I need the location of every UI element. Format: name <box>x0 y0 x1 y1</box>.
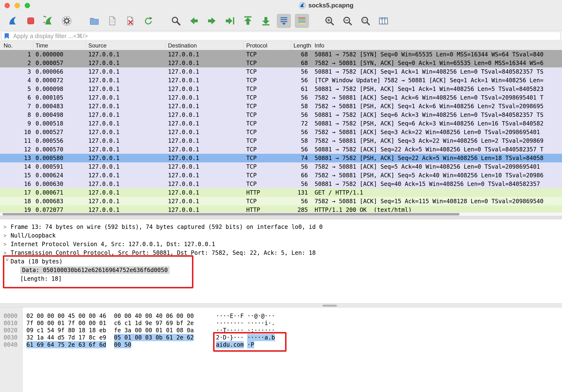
hex-bytes[interactable]: 32 1a 44 d5 7d 17 8c e9 <box>26 334 106 341</box>
restart-capture-button[interactable] <box>42 14 56 28</box>
packet-cell-destination: 127.0.0.1 <box>165 197 244 206</box>
open-file-button[interactable] <box>87 14 101 28</box>
hex-bytes[interactable]: 00 00 40 00 40 06 00 00 <box>114 312 194 320</box>
packet-row-1[interactable]: 10.000000127.0.0.1127.0.0.1TCP6850881 → … <box>0 50 562 59</box>
packet-cell-destination: 127.0.0.1 <box>165 85 244 93</box>
hex-ascii[interactable]: ····E··F <box>216 312 244 320</box>
hex-bytes[interactable]: 02 00 00 00 45 00 00 46 <box>26 312 106 320</box>
splitter-handle[interactable] <box>323 305 337 307</box>
scrollbar-thumb[interactable] <box>2 213 459 215</box>
hex-bytes[interactable]: 00 50 <box>114 341 131 348</box>
packet-cell-time: 0.000498 <box>33 111 86 119</box>
hex-bytes[interactable]: 09 c1 54 9f 80 18 18 eb <box>26 327 106 334</box>
horizontal-scrollbar[interactable] <box>0 212 562 216</box>
packet-row-14[interactable]: 140.000591127.0.0.1127.0.0.1TCP567582 → … <box>0 162 562 171</box>
zoom-in-button[interactable] <box>323 14 336 28</box>
detail-line[interactable]: [Length: 18] <box>3 275 562 283</box>
chevron-collapsed-icon[interactable]: > <box>3 231 11 240</box>
packet-cell-source: 127.0.0.1 <box>86 171 165 180</box>
packet-cell-no: 9 <box>0 119 33 128</box>
close-window-button[interactable] <box>5 3 10 8</box>
column-header-no[interactable]: No. <box>0 41 33 50</box>
packet-row-3[interactable]: 30.000066127.0.0.1127.0.0.1TCP5650881 → … <box>0 67 562 76</box>
hex-ascii[interactable]: ········ <box>216 320 244 327</box>
hex-bytes[interactable]: fe 3a 00 00 01 01 08 0a <box>114 327 194 334</box>
hex-ascii[interactable]: ··@·@··· <box>247 312 275 320</box>
go-last-packet-button[interactable] <box>259 14 273 28</box>
colorize-button[interactable] <box>295 14 309 28</box>
chevron-expanded-icon[interactable]: > <box>3 258 11 265</box>
detail-line[interactable]: Data: 050100030b612e62616964752e636f6d00… <box>3 266 562 275</box>
hex-ascii[interactable]: ·····a.b <box>247 334 275 341</box>
reload-file-button[interactable] <box>141 14 155 28</box>
go-to-packet-button[interactable] <box>223 14 237 28</box>
zoom-out-button[interactable] <box>340 14 354 28</box>
column-header-destination[interactable]: Destination <box>165 41 244 50</box>
column-header-time[interactable]: Time <box>33 41 86 50</box>
chevron-collapsed-icon[interactable]: > <box>3 249 11 257</box>
chevron-collapsed-icon[interactable]: > <box>3 223 11 231</box>
chevron-collapsed-icon[interactable]: > <box>3 240 11 249</box>
zoom-window-button[interactable] <box>25 3 30 8</box>
packet-row-7[interactable]: 70.000483127.0.0.1127.0.0.1TCP587582 → 5… <box>0 102 562 111</box>
packet-cell-time: 0.000570 <box>33 145 86 154</box>
hex-bytes[interactable]: 7f 00 00 01 7f 00 00 01 <box>26 320 106 327</box>
hex-ascii[interactable]: 2·D·}··· <box>216 334 244 341</box>
packet-row-12[interactable]: 120.000570127.0.0.1127.0.0.1TCP5650881 →… <box>0 145 562 154</box>
packet-cell-time: 0.000105 <box>33 93 86 102</box>
detail-line[interactable]: >Transmission Control Protocol, Src Port… <box>3 249 562 257</box>
packet-row-8[interactable]: 80.000498127.0.0.1127.0.0.1TCP5650881 → … <box>0 111 562 119</box>
packet-row-11[interactable]: 110.000556127.0.0.1127.0.0.1TCP587582 → … <box>0 137 562 145</box>
column-header-info[interactable]: Info <box>312 41 562 50</box>
column-header-length[interactable]: Length <box>291 41 312 50</box>
filter-bookmark-icon[interactable] <box>3 33 10 39</box>
column-header-protocol[interactable]: Protocol <box>244 41 291 50</box>
column-header-source[interactable]: Source <box>86 41 165 50</box>
resize-columns-button[interactable] <box>376 14 390 28</box>
minimize-window-button[interactable] <box>15 3 20 8</box>
window-title: socks5.pcapng <box>308 2 353 9</box>
find-packet-button[interactable] <box>169 14 183 28</box>
capture-options-button[interactable] <box>60 14 74 28</box>
packet-row-15[interactable]: 150.000624127.0.0.1127.0.0.1TCP667582 → … <box>0 171 562 180</box>
hex-bytes[interactable]: 61 69 64 75 2e 63 6f 6d <box>26 341 106 348</box>
pane-splitter[interactable] <box>0 303 562 308</box>
hex-ascii[interactable]: aidu.com <box>216 341 244 348</box>
go-back-button[interactable] <box>187 14 201 28</box>
hex-ascii[interactable]: ··T····· <box>216 327 244 334</box>
packet-row-6[interactable]: 60.000105127.0.0.1127.0.0.1TCP567582 → 5… <box>0 93 562 102</box>
detail-line[interactable]: >Internet Protocol Version 4, Src: 127.0… <box>3 240 562 249</box>
hex-offset: 0010 <box>4 320 18 327</box>
auto-scroll-button[interactable] <box>277 14 291 28</box>
packet-row-16[interactable]: 160.000630127.0.0.1127.0.0.1TCP5650881 →… <box>0 180 562 188</box>
close-file-button[interactable] <box>123 14 137 28</box>
stop-capture-button[interactable] <box>24 14 38 28</box>
hex-ascii[interactable]: ·····i·. <box>247 320 275 327</box>
hex-bytes[interactable]: 05 01 00 03 0b 61 2e 62 <box>114 334 194 341</box>
packet-row-9[interactable]: 90.000518127.0.0.1127.0.0.1TCP7250881 → … <box>0 119 562 128</box>
go-first-packet-button[interactable] <box>241 14 255 28</box>
pane-divider[interactable] <box>0 216 562 219</box>
packet-row-17[interactable]: 170.000671127.0.0.1127.0.0.1HTTP131GET /… <box>0 188 562 197</box>
packet-row-10[interactable]: 100.000527127.0.0.1127.0.0.1TCP567582 → … <box>0 128 562 137</box>
packet-row-13[interactable]: 130.000580127.0.0.1127.0.0.1TCP7450881 →… <box>0 154 562 162</box>
save-file-button[interactable] <box>105 14 119 28</box>
hex-ascii[interactable]: ·:······ <box>247 327 275 334</box>
packet-row-2[interactable]: 20.000057127.0.0.1127.0.0.1TCP687582 → 5… <box>0 59 562 67</box>
packet-cell-time: 0.000000 <box>33 50 86 59</box>
packet-row-5[interactable]: 50.000098127.0.0.1127.0.0.1TCP6150881 → … <box>0 85 562 93</box>
display-filter-input[interactable] <box>1 32 561 40</box>
packet-cell-info: 50881 → 7582 [PSH, ACK] Seq=22 Ack=5 Win… <box>312 154 562 162</box>
packet-cell-time: 0.000671 <box>33 188 86 197</box>
detail-line[interactable]: >Frame 13: 74 bytes on wire (592 bits), … <box>3 223 562 231</box>
hex-ascii[interactable]: ·P <box>247 341 254 348</box>
zoom-reset-button[interactable]: 1:1 <box>359 14 373 28</box>
packet-row-4[interactable]: 40.000072127.0.0.1127.0.0.1TCP56[TCP Win… <box>0 76 562 85</box>
start-capture-button[interactable] <box>6 14 20 28</box>
detail-line[interactable]: >Data (18 bytes) <box>3 257 562 266</box>
hex-bytes[interactable]: c6 c1 1d 9e 97 69 bf 2e <box>114 320 194 327</box>
go-forward-button[interactable] <box>205 14 219 28</box>
packet-row-18[interactable]: 180.000683127.0.0.1127.0.0.1TCP567582 → … <box>0 197 562 206</box>
packet-cell-no: 5 <box>0 85 33 93</box>
detail-line[interactable]: >Null/Loopback <box>3 231 562 240</box>
